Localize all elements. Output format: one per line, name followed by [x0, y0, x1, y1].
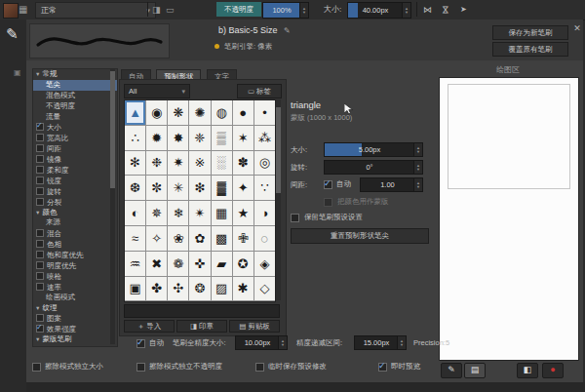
brush-option-item[interactable]: 宽高比	[33, 133, 117, 143]
section-collapse-icon[interactable]: ▼	[35, 210, 40, 216]
pattern-slot-icon[interactable]: ▭	[166, 3, 175, 17]
brush-tip-thumbnail[interactable]: ♒	[125, 252, 145, 276]
section-collapse-icon[interactable]: ▼	[35, 71, 40, 77]
brush-tip-thumbnail[interactable]: ✦	[233, 176, 254, 200]
freehand-brush-tool-icon[interactable]: ✎	[6, 25, 19, 43]
tag-filter-select[interactable]: All ▾	[124, 84, 190, 98]
brush-tip-thumbnail[interactable]: ✻	[125, 151, 145, 176]
brush-tip-thumbnail[interactable]: ◑	[254, 201, 275, 225]
brush-option-item[interactable]: 笔尖	[33, 80, 117, 91]
option-enable-checkbox[interactable]	[36, 176, 44, 184]
options-section-header[interactable]: ▼纹理	[33, 303, 117, 314]
temp-save-checkbox[interactable]	[255, 363, 264, 372]
option-enable-checkbox[interactable]	[36, 144, 44, 152]
brush-tip-thumbnail[interactable]: ✣	[168, 277, 188, 301]
brush-tip-thumbnail[interactable]: ●	[233, 100, 254, 125]
tip-size-spinbox[interactable]: 5.00px ▲▼	[324, 142, 423, 157]
scratchpad-paint-icon[interactable]: ✎	[441, 363, 462, 378]
brush-tip-thumbnail[interactable]: ❆	[125, 176, 145, 200]
mirror-vertical-icon[interactable]: ⋈	[439, 6, 452, 15]
section-collapse-icon[interactable]: ▼	[35, 305, 40, 311]
brush-tip-thumbnail[interactable]: ✶	[233, 126, 254, 150]
brush-tip-thumbnail[interactable]: •	[254, 100, 275, 125]
overwrite-brush-button[interactable]: 覆盖原有笔刷	[492, 42, 568, 57]
tip-spacing-spinbox[interactable]: 1.00 ▲▼	[360, 177, 423, 192]
brush-tip-thumbnail[interactable]: ✳	[168, 176, 188, 200]
preset-search-input[interactable]	[124, 304, 280, 318]
close-icon[interactable]: ✕	[571, 22, 583, 34]
eraser-opacity-checkbox[interactable]	[136, 363, 145, 372]
current-preset-icon[interactable]	[3, 3, 19, 19]
brush-option-item[interactable]: 速率	[33, 282, 117, 293]
brush-tip-thumbnail[interactable]: ✿	[189, 226, 210, 251]
brush-tip-thumbnail[interactable]: ✸	[168, 126, 188, 150]
grid-scrollbar[interactable]	[276, 99, 281, 300]
option-enable-checkbox[interactable]	[36, 166, 44, 174]
brush-tip-thumbnail[interactable]: ▲	[125, 100, 145, 125]
brush-tip-thumbnail[interactable]: ∵	[254, 176, 275, 200]
brush-tip-thumbnail[interactable]: ❋	[168, 100, 188, 125]
spin-arrows-icon[interactable]: ▲▼	[413, 161, 422, 174]
preserve-settings-checkbox[interactable]	[291, 214, 299, 222]
brush-tip-thumbnail[interactable]: ◌	[254, 226, 275, 251]
brush-tip-thumbnail[interactable]: ✷	[168, 151, 188, 176]
option-enable-checkbox[interactable]	[36, 325, 44, 333]
brush-tip-thumbnail[interactable]: ◇	[254, 277, 275, 301]
brush-tip-thumbnail[interactable]: ▰	[212, 252, 232, 276]
brush-tip-thumbnail[interactable]: ✪	[233, 252, 254, 276]
brush-tip-thumbnail[interactable]: ◉	[146, 100, 167, 125]
precision-fade-spinbox[interactable]: 15.00px ▲▼	[354, 335, 407, 350]
brush-tip-thumbnail[interactable]: ◎	[254, 151, 275, 176]
rename-preset-icon[interactable]: ✎	[284, 26, 291, 35]
brush-option-item[interactable]: 旋转	[33, 186, 117, 197]
option-enable-checkbox[interactable]	[36, 314, 44, 322]
brush-tip-thumbnail[interactable]: ░	[212, 151, 232, 176]
brush-tip-thumbnail[interactable]: ❄	[168, 201, 188, 225]
spin-arrows-icon[interactable]: ▲▼	[413, 178, 422, 191]
brush-tip-thumbnail[interactable]: ※	[189, 151, 210, 176]
brush-option-item[interactable]: 分裂	[33, 197, 117, 208]
scratchpad-canvas[interactable]	[439, 77, 579, 361]
brush-tip-thumbnail[interactable]: ◍	[212, 100, 232, 125]
brush-tip-thumbnail[interactable]: ▨	[212, 277, 232, 301]
brush-tip-thumbnail[interactable]: ✼	[146, 176, 167, 200]
brush-tip-thumbnail[interactable]: ★	[233, 201, 254, 225]
blend-mode-select[interactable]: 正常 ▾	[35, 2, 156, 19]
brush-tip-thumbnail[interactable]: ❀	[168, 226, 188, 251]
brush-tip-thumbnail[interactable]: ▦	[212, 201, 232, 225]
brush-tip-thumbnail[interactable]: ≈	[125, 226, 145, 251]
brush-option-item[interactable]: 饱和度优先	[33, 250, 117, 260]
save-new-brush-button[interactable]: 保存为新笔刷	[492, 25, 568, 40]
brush-option-item[interactable]: 混合	[33, 228, 117, 239]
clipboard-button[interactable]: ▤ 剪贴板	[229, 320, 280, 333]
brush-tip-thumbnail[interactable]: ❈	[189, 126, 210, 150]
brush-option-item[interactable]: 大小	[33, 122, 117, 133]
mirror-horizontal-icon[interactable]: ⋈	[423, 3, 432, 17]
brush-option-item[interactable]: 来源	[33, 217, 117, 228]
brush-tip-thumbnail[interactable]: ✖	[146, 252, 167, 276]
brush-option-item[interactable]: 喷枪	[33, 271, 117, 282]
tag-button[interactable]: ▭ 标签	[237, 84, 282, 98]
spin-arrows-icon[interactable]: ▲▼	[299, 3, 308, 18]
brush-option-item[interactable]: 色相	[33, 239, 117, 250]
spacing-auto-checkbox[interactable]	[324, 180, 332, 189]
size-spinbox[interactable]: 40.00px ▲▼	[347, 2, 411, 19]
brush-option-item[interactable]: 混色模式	[33, 91, 117, 101]
brush-tip-thumbnail[interactable]: ✴	[189, 201, 210, 225]
full-precision-size-spinbox[interactable]: 10.00px ▲▼	[235, 335, 288, 350]
brush-tip-thumbnail[interactable]: ❂	[189, 277, 210, 301]
brush-tip-thumbnail[interactable]: ❇	[189, 176, 210, 200]
option-enable-checkbox[interactable]	[36, 134, 44, 141]
option-enable-checkbox[interactable]	[36, 272, 44, 280]
brush-tip-thumbnail[interactable]: ▩	[212, 226, 232, 251]
brush-tip-thumbnail[interactable]: ✺	[189, 100, 210, 125]
option-enable-checkbox[interactable]	[36, 261, 44, 269]
spin-arrows-icon[interactable]: ▲▼	[397, 336, 406, 349]
opacity-spinbox[interactable]: 100% ▲▼	[262, 2, 309, 19]
brush-option-item[interactable]: 柔和度	[33, 165, 117, 176]
brush-tip-thumbnail[interactable]: ◈	[254, 252, 275, 276]
options-section-header[interactable]: ▼颜色	[33, 208, 117, 218]
stamp-button[interactable]: ◨ 印章	[176, 320, 227, 333]
brush-tip-thumbnail[interactable]: ✧	[146, 226, 167, 251]
brush-option-item[interactable]: 不透明度	[33, 101, 117, 112]
